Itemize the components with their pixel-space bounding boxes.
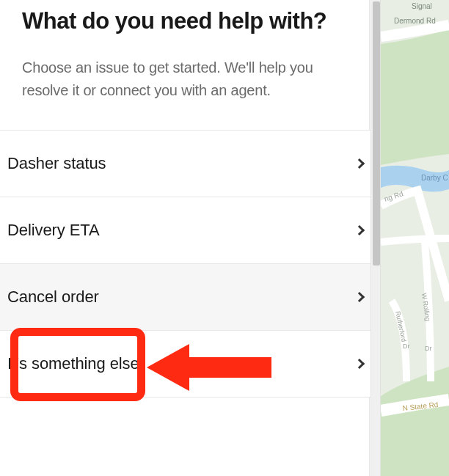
map-label-dr2: Dr (425, 345, 432, 352)
option-cancel-order[interactable]: Cancel order (0, 264, 391, 331)
option-label: Dasher status (7, 154, 106, 173)
map-label-dr1: Dr (403, 343, 410, 350)
map-label-dermond: Dermond Rd (394, 17, 436, 25)
chevron-right-icon (354, 359, 365, 369)
option-label: Cancel order (7, 288, 99, 307)
help-panel: What do you need help with? Choose an is… (0, 0, 370, 476)
help-options-list: Dasher status Delivery ETA Cancel order … (0, 130, 391, 398)
option-dasher-status[interactable]: Dasher status (0, 130, 391, 197)
chevron-right-icon (354, 292, 365, 302)
chevron-right-icon (354, 225, 365, 235)
option-delivery-eta[interactable]: Delivery ETA (0, 197, 391, 264)
page-subtitle: Choose an issue to get started. We'll he… (22, 56, 347, 102)
scrollbar-thumb[interactable] (373, 1, 380, 266)
option-label: It's something else (7, 354, 139, 373)
page-title: What do you need help with? (22, 7, 347, 36)
help-panel-inner: What do you need help with? Choose an is… (0, 0, 369, 102)
map-area[interactable]: Signal Dermond Rd Darby C ng Rd Rutherfo… (381, 0, 449, 476)
option-label: Delivery ETA (7, 221, 100, 240)
map-label-signal: Signal (412, 2, 432, 10)
map-svg: Signal Dermond Rd Darby C ng Rd Rutherfo… (381, 0, 449, 476)
scrollbar-track[interactable] (370, 0, 381, 476)
option-something-else[interactable]: It's something else (0, 331, 391, 398)
map-label-darby: Darby C (421, 174, 448, 182)
chevron-right-icon (354, 158, 365, 169)
